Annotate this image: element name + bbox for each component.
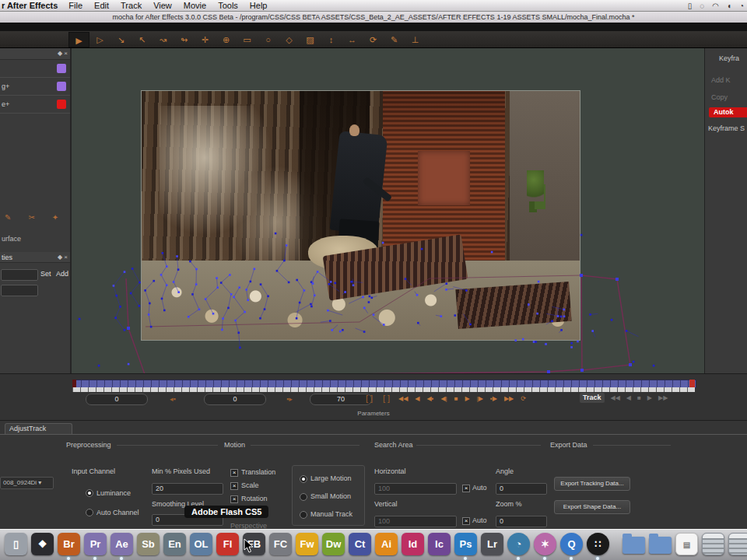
layer-tool-icon-2[interactable]: ✂ bbox=[28, 213, 34, 226]
layers-panel-header[interactable]: ◆ × bbox=[0, 48, 70, 60]
translation-checkbox[interactable]: × bbox=[230, 469, 238, 477]
window-title-bar[interactable]: mocha for After Effects 3.0.0 CSS Beta -… bbox=[0, 12, 747, 23]
menu-help[interactable]: Help bbox=[250, 1, 268, 10]
track-stop-button[interactable]: ■ bbox=[637, 394, 641, 401]
photoshop-icon[interactable]: Ps bbox=[454, 533, 477, 555]
out-nav-icon[interactable]: ▪▸ bbox=[286, 394, 293, 404]
menu-tools[interactable]: Tools bbox=[218, 1, 238, 10]
manual-track-radio[interactable] bbox=[300, 511, 307, 519]
add-point-tool[interactable]: ↘ bbox=[110, 32, 132, 47]
dice-app-icon[interactable]: ∷ bbox=[587, 533, 609, 555]
scale-checkbox[interactable]: × bbox=[230, 482, 238, 490]
create-bezier-tool[interactable]: ◇ bbox=[279, 32, 300, 47]
min-pixels-field[interactable]: 20 bbox=[152, 483, 223, 495]
auto-channel-radio[interactable] bbox=[86, 509, 93, 516]
zoom-out-bracket-icon[interactable]: [ ] bbox=[366, 393, 373, 404]
after-effects-icon[interactable]: Ae bbox=[110, 533, 133, 555]
create-xspline-tool[interactable]: ▨ bbox=[300, 32, 321, 47]
video-frame[interactable] bbox=[142, 91, 580, 340]
autokey-button[interactable]: Autok bbox=[709, 107, 747, 117]
flash-catalyst-icon[interactable]: FC bbox=[269, 533, 292, 555]
step-back-button[interactable]: ◀▪ bbox=[426, 393, 433, 404]
pan-tool[interactable]: ✛ bbox=[195, 32, 216, 47]
select-tool[interactable]: ▶ bbox=[68, 32, 89, 47]
rotate-tool[interactable]: ⟳ bbox=[363, 32, 384, 47]
volume-icon[interactable]: ◖ bbox=[727, 2, 731, 10]
encore-icon[interactable]: En bbox=[163, 533, 186, 555]
clock-icon[interactable]: ◔ bbox=[739, 2, 744, 10]
dreamweaver-icon[interactable]: Dw bbox=[322, 533, 345, 555]
app-menu[interactable]: r After Effects bbox=[2, 1, 58, 10]
wifi-icon[interactable]: ◠ bbox=[712, 2, 719, 10]
loop-button[interactable]: ⟳ bbox=[521, 393, 526, 404]
menu-track[interactable]: Track bbox=[121, 1, 142, 10]
property-field-1[interactable] bbox=[1, 269, 38, 281]
fireworks-icon[interactable]: Fw bbox=[296, 533, 318, 555]
track-forwards-button[interactable]: ▶ bbox=[647, 394, 652, 401]
add-button[interactable]: Add bbox=[56, 270, 68, 278]
menu-movie[interactable]: Movie bbox=[184, 1, 206, 10]
add-keyframe-button[interactable]: Add K bbox=[711, 76, 731, 84]
cs-live-icon[interactable]: ❖ bbox=[31, 533, 54, 555]
small-motion-radio[interactable] bbox=[300, 493, 307, 501]
screen-recorder-icon[interactable]: ✶ bbox=[534, 533, 556, 555]
remove-point-tool[interactable]: ↖ bbox=[132, 32, 153, 47]
copy-button[interactable]: Copy bbox=[711, 93, 728, 101]
property-field-2[interactable] bbox=[1, 285, 38, 296]
play-button[interactable]: ▶ bbox=[465, 393, 470, 404]
zoom-percent-field[interactable]: 0 bbox=[496, 516, 547, 527]
incopy-icon[interactable]: Ic bbox=[428, 533, 451, 555]
parameters-label[interactable]: Parameters bbox=[327, 410, 420, 417]
create-rectangle-tool[interactable]: ▭ bbox=[237, 32, 258, 47]
set-button[interactable]: Set bbox=[40, 270, 51, 278]
current-frame-field[interactable]: 0 bbox=[204, 394, 266, 405]
system-utility-icon[interactable]: ▯ bbox=[5, 533, 27, 555]
menu-view[interactable]: View bbox=[153, 1, 172, 10]
pen-tool[interactable]: ✎ bbox=[384, 32, 405, 47]
minimized-window-icon-2[interactable] bbox=[728, 533, 747, 555]
media-dial-icon[interactable]: ◔ bbox=[507, 533, 530, 555]
export-shape-data-button[interactable]: Export Shape Data... bbox=[554, 500, 630, 514]
layer-row-3[interactable]: e+ bbox=[0, 96, 70, 114]
layer-tool-icon-1[interactable]: ✎ bbox=[5, 213, 11, 226]
vertical-auto-checkbox[interactable]: × bbox=[462, 517, 470, 525]
luminance-radio[interactable] bbox=[86, 489, 93, 497]
track-backwards-button[interactable]: ◀ bbox=[626, 394, 631, 401]
create-circle-tool[interactable]: ○ bbox=[258, 32, 279, 47]
timeline-tick-strip[interactable] bbox=[72, 387, 695, 392]
vertical-field[interactable]: 100 bbox=[374, 516, 457, 527]
export-tracking-data-button[interactable]: Export Tracking Data... bbox=[554, 477, 630, 491]
properties-panel-header[interactable]: ties ◆ × bbox=[0, 252, 70, 263]
translate-tool[interactable]: ↕ bbox=[321, 32, 342, 47]
contribute-icon[interactable]: Ct bbox=[349, 533, 371, 555]
layer-color-swatch[interactable] bbox=[57, 100, 66, 109]
properties-pin-close-icons[interactable]: ◆ × bbox=[58, 252, 68, 263]
out-frame-field[interactable]: 70 bbox=[310, 394, 372, 405]
zoom-in-bracket-icon[interactable]: [ ] bbox=[383, 393, 390, 404]
layer-color-swatch[interactable] bbox=[57, 82, 66, 91]
minimized-window-icon[interactable] bbox=[702, 533, 724, 555]
menu-file[interactable]: File bbox=[68, 1, 82, 10]
large-motion-radio[interactable] bbox=[300, 475, 307, 483]
soundbooth-icon[interactable]: Sb bbox=[137, 533, 160, 555]
horizontal-field[interactable]: 100 bbox=[374, 483, 457, 495]
lightroom-icon[interactable]: Lr bbox=[481, 533, 503, 555]
downloads-folder-icon[interactable] bbox=[649, 537, 672, 554]
in-nav-icon[interactable]: ◂▪ bbox=[170, 394, 176, 404]
scale-tool[interactable]: ↔ bbox=[342, 32, 363, 47]
quicktime-icon[interactable]: Q bbox=[560, 533, 583, 555]
indesign-icon[interactable]: Id bbox=[402, 533, 424, 555]
lasso-tool[interactable]: ↝ bbox=[153, 32, 174, 47]
track-backwards-fast-button[interactable]: ◀◀ bbox=[611, 394, 620, 401]
document-stack-icon[interactable]: ▤ bbox=[675, 533, 698, 555]
rotation-checkbox[interactable]: × bbox=[230, 495, 238, 503]
frame-back-button[interactable]: ◀| bbox=[440, 393, 447, 404]
illustrator-icon[interactable]: Ai bbox=[375, 533, 398, 555]
axis-tool[interactable]: ⊥ bbox=[405, 32, 426, 47]
stop-button[interactable]: ■ bbox=[454, 393, 458, 404]
horizontal-auto-checkbox[interactable]: × bbox=[462, 485, 470, 492]
layer-row-1[interactable] bbox=[0, 60, 70, 78]
layer-tool-icon-3[interactable]: ✦ bbox=[52, 213, 58, 226]
marquee-select-tool[interactable]: ▷ bbox=[89, 32, 110, 47]
bridge-icon[interactable]: Br bbox=[58, 533, 80, 555]
